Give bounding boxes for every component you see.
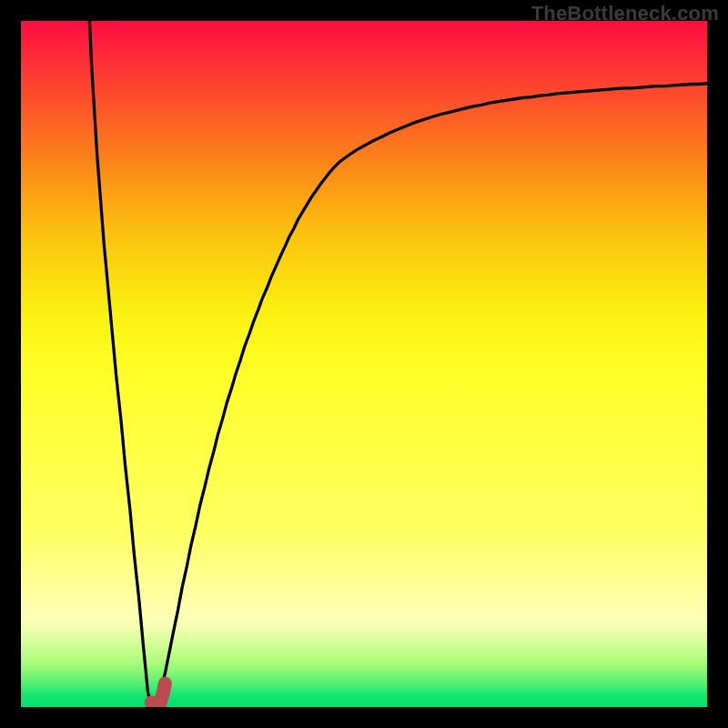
chart-frame: TheBottleneck.com	[0, 0, 728, 728]
chart-canvas	[21, 21, 707, 707]
plot-area	[21, 21, 707, 707]
gradient-background	[21, 21, 707, 707]
watermark-text: TheBottleneck.com	[531, 2, 719, 25]
